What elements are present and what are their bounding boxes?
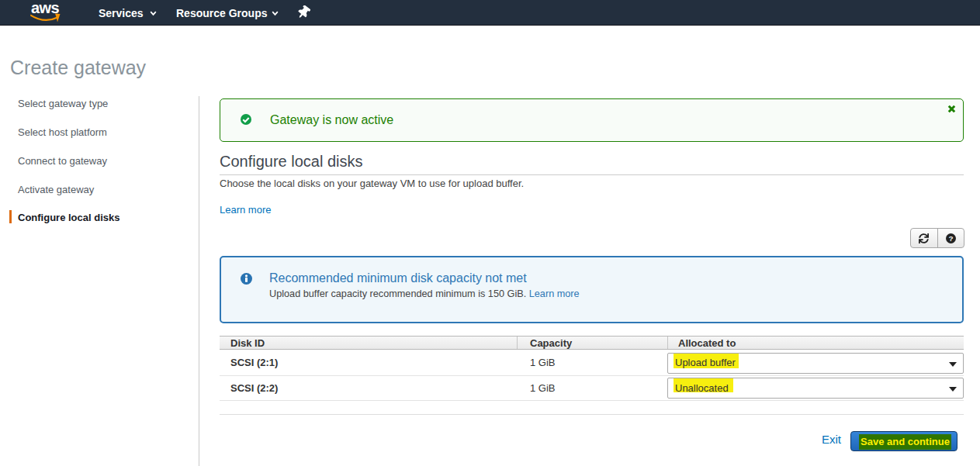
svg-text:?: ? (948, 234, 953, 243)
svg-text:aws: aws (31, 2, 59, 16)
